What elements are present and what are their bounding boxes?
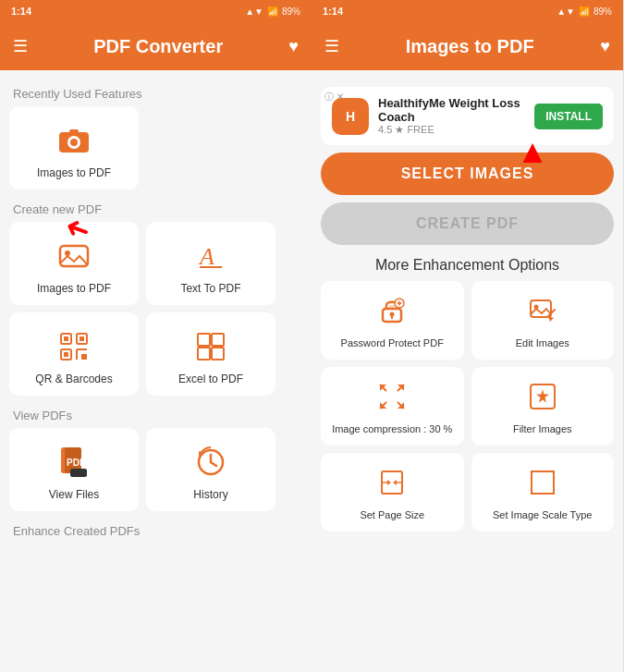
compress-icon <box>377 382 407 418</box>
install-button[interactable]: INSTALL <box>534 104 603 129</box>
svg-rect-9 <box>64 336 68 341</box>
select-images-button[interactable]: SELECT IMAGES <box>321 153 614 195</box>
svg-rect-18 <box>212 334 224 346</box>
qr-icon <box>54 326 94 367</box>
card-view-files[interactable]: PDF View Files <box>9 428 139 511</box>
svg-rect-19 <box>198 348 210 360</box>
page-size-icon <box>377 468 407 504</box>
ad-banner: ⓘ ✕ H HealthifyMe Weight Loss Coach 4.5 … <box>321 87 614 145</box>
edit-image-icon <box>528 296 557 332</box>
svg-rect-3 <box>69 129 79 133</box>
scale-icon <box>528 468 557 504</box>
wifi-icon: 📶 <box>267 6 278 17</box>
camera-icon <box>54 120 94 161</box>
option-label-scale-type: Set Image Scale Type <box>493 509 592 520</box>
history-icon <box>190 442 231 483</box>
status-bar-right: 1:14 ▲▼ 📶 89% <box>312 0 623 22</box>
battery-left: 89% <box>282 6 300 17</box>
card-text-to-pdf[interactable]: A Text To PDF <box>146 222 275 305</box>
ad-info: HealthifyMe Weight Loss Coach 4.5 ★ FREE <box>378 96 525 136</box>
svg-rect-17 <box>198 334 210 346</box>
signal-icon: ▲▼ <box>245 6 263 17</box>
svg-rect-16 <box>81 354 87 360</box>
recently-used-label: Recently Used Features <box>0 79 312 106</box>
left-phone-screen: 1:14 ▲▼ 📶 89% ☰ PDF Converter ♥ Recently… <box>0 0 312 672</box>
enhance-label: Enhance Created PDFs <box>0 517 312 544</box>
status-icons-left: ▲▼ 📶 89% <box>245 6 300 17</box>
svg-rect-30 <box>389 305 395 309</box>
card-history[interactable]: History <box>146 428 275 511</box>
card-images-to-pdf[interactable]: Images to PDF <box>9 222 139 305</box>
card-label-qr: QR & Barcodes <box>35 373 112 385</box>
nav-bar-left: ☰ PDF Converter ♥ <box>0 22 312 70</box>
grid-icon <box>190 326 231 367</box>
option-compression[interactable]: Image compression : 30 % <box>321 367 464 446</box>
wifi-icon-right: 📶 <box>579 6 590 17</box>
option-label-compression: Image compression : 30 % <box>332 423 452 434</box>
status-bar-left: 1:14 ▲▼ 📶 89% <box>0 0 312 22</box>
create-pdf-button[interactable]: CREATE PDF <box>321 202 614 245</box>
select-images-section: SELECT IMAGES ▲ <box>312 153 623 195</box>
ad-app-name: HealthifyMe Weight Loss Coach <box>378 96 525 124</box>
heart-icon-left[interactable]: ♥ <box>288 37 299 56</box>
option-scale-type[interactable]: Set Image Scale Type <box>471 453 615 531</box>
hamburger-icon-left[interactable]: ☰ <box>13 36 28 56</box>
text-icon: A <box>190 236 231 276</box>
more-options-label: More Enhancement Options <box>312 250 623 281</box>
option-label-password: Password Protect PDF <box>341 337 444 348</box>
card-label-excel: Excel to PDF <box>178 373 243 385</box>
ad-rating: 4.5 ★ FREE <box>378 124 525 136</box>
option-label-filter: Filter Images <box>513 423 572 434</box>
svg-rect-11 <box>80 336 84 341</box>
svg-rect-53 <box>532 471 554 494</box>
right-phone-screen: 1:14 ▲▼ 📶 89% ☰ Images to PDF ♥ ⓘ ✕ H He… <box>312 0 623 672</box>
card-images-to-pdf-recent[interactable]: Images to PDF <box>9 106 139 189</box>
lock-icon <box>377 296 407 332</box>
option-password-protect[interactable]: Password Protect PDF <box>321 281 464 360</box>
card-label-text-pdf: Text To PDF <box>180 282 240 295</box>
option-page-size[interactable]: Set Page Size <box>321 453 464 531</box>
svg-marker-50 <box>387 480 391 485</box>
svg-rect-4 <box>60 246 88 266</box>
pdf-icon: PDF <box>54 442 94 483</box>
time-right: 1:14 <box>323 6 343 17</box>
svg-rect-20 <box>212 348 224 360</box>
signal-icon-right: ▲▼ <box>557 6 575 17</box>
svg-text:PDF: PDF <box>67 458 85 468</box>
svg-marker-52 <box>393 480 397 485</box>
left-content: Recently Used Features Images to PDF Cre… <box>0 70 312 672</box>
option-label-page-size: Set Page Size <box>360 509 424 520</box>
create-new-label: Create new PDF <box>0 195 312 222</box>
svg-marker-47 <box>536 389 549 403</box>
hamburger-icon-right[interactable]: ☰ <box>324 36 339 56</box>
battery-right: 89% <box>593 6 612 17</box>
option-label-edit: Edit Images <box>516 337 569 348</box>
view-pdfs-label: View PDFs <box>0 401 312 428</box>
svg-text:A: A <box>198 243 214 270</box>
card-qr-barcodes[interactable]: QR & Barcodes <box>9 312 139 396</box>
time-left: 1:14 <box>11 6 31 17</box>
heart-icon-right[interactable]: ♥ <box>600 37 610 56</box>
create-new-grid: Images to PDF ➜ A Text To PDF <box>0 222 312 396</box>
filter-icon <box>528 382 557 418</box>
ad-close-icon[interactable]: ⓘ ✕ <box>324 91 344 104</box>
card-label-recent-images: Images to PDF <box>37 166 111 179</box>
card-label-history: History <box>193 488 227 501</box>
view-pdfs-grid: PDF View Files History <box>0 428 312 511</box>
card-excel-to-pdf[interactable]: Excel to PDF <box>146 312 275 396</box>
svg-rect-13 <box>64 352 68 357</box>
card-label-images-pdf: Images to PDF <box>37 282 111 295</box>
recently-used-grid: Images to PDF <box>0 106 312 189</box>
right-content: ⓘ ✕ H HealthifyMe Weight Loss Coach 4.5 … <box>312 70 623 672</box>
app-title-left: PDF Converter <box>93 36 223 57</box>
options-grid: Password Protect PDF Edit Images <box>312 281 623 531</box>
card-label-view-files: View Files <box>49 488 99 501</box>
svg-point-28 <box>390 312 395 317</box>
svg-point-2 <box>70 139 78 146</box>
svg-rect-24 <box>70 469 87 477</box>
option-filter[interactable]: Filter Images <box>471 367 615 446</box>
option-edit-images[interactable]: Edit Images <box>471 281 615 360</box>
nav-bar-right: ☰ Images to PDF ♥ <box>312 22 623 70</box>
app-title-right: Images to PDF <box>406 36 534 57</box>
status-icons-right: ▲▼ 📶 89% <box>557 6 612 17</box>
